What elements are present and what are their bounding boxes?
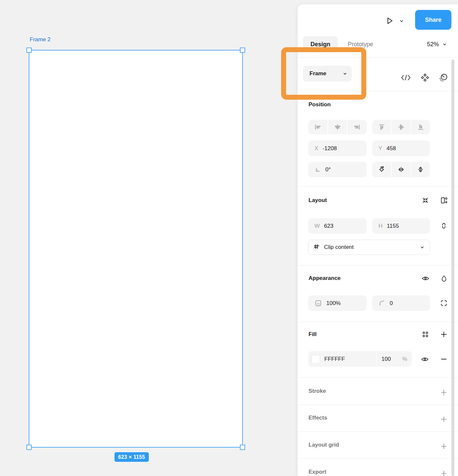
corner-radius-field[interactable]: 0: [372, 295, 430, 311]
link-dimensions-icon: [440, 222, 448, 230]
chevron-down-icon: [442, 42, 447, 47]
tab-prototype[interactable]: Prototype: [348, 36, 373, 52]
vertical-align-group: [372, 120, 430, 134]
divider: [298, 322, 458, 322]
horizontal-align-group: [308, 120, 367, 134]
selection-handle-bottom-left[interactable]: [26, 445, 32, 450]
y-value: 458: [386, 145, 396, 152]
minus-icon: [440, 355, 448, 363]
rotation-value: 0°: [325, 166, 331, 173]
present-button[interactable]: [383, 15, 396, 27]
percent-sign: %: [402, 356, 407, 362]
divider: [298, 187, 458, 187]
plus-icon: [440, 415, 448, 423]
flip-vertical-button[interactable]: [411, 162, 430, 177]
fill-opacity-value: 100: [381, 356, 391, 362]
x-value: -1208: [322, 145, 337, 152]
align-right-icon: [353, 123, 361, 131]
chevron-down-icon: [343, 72, 347, 76]
angle-icon: [314, 166, 321, 173]
layout-grid-section-title: Layout grid: [309, 442, 339, 448]
clip-content-label: Clip content: [324, 244, 354, 251]
eye-icon[interactable]: [421, 274, 430, 283]
height-value: 1155: [387, 223, 399, 229]
corner-radius-value: 0: [390, 300, 393, 307]
y-label: Y: [378, 145, 382, 152]
add-stroke-button[interactable]: [440, 389, 448, 396]
selection-handle-top-right[interactable]: [240, 48, 245, 53]
styles-icon[interactable]: [421, 330, 429, 338]
chevron-down-icon: [399, 19, 404, 23]
align-left-button[interactable]: [308, 120, 327, 134]
align-right-button[interactable]: [347, 120, 367, 134]
corner-radius-icon: [378, 300, 385, 307]
constrain-proportions-toggle[interactable]: [440, 222, 448, 230]
fill-opacity-field[interactable]: 100 %: [376, 351, 412, 367]
width-value: 623: [324, 223, 333, 229]
fill-hex-value: FFFFFF: [324, 356, 345, 362]
add-fill-icon[interactable]: [440, 330, 448, 338]
flip-horizontal-button[interactable]: [392, 162, 410, 177]
position-section-title: Position: [309, 101, 331, 108]
appearance-section-title: Appearance: [309, 275, 341, 282]
independent-corners-button[interactable]: [440, 299, 448, 307]
align-vertical-centers-button[interactable]: [392, 120, 410, 134]
align-horizontal-centers-button[interactable]: [328, 120, 347, 134]
fill-color-swatch[interactable]: [311, 355, 320, 363]
clip-content-dropdown[interactable]: Clip content: [308, 240, 430, 255]
align-left-icon: [314, 123, 322, 131]
add-auto-layout-icon[interactable]: [440, 196, 448, 204]
align-v-center-icon: [397, 123, 405, 131]
effects-section-title: Effects: [309, 415, 327, 421]
rotation-field[interactable]: 0°: [308, 162, 367, 177]
chevron-down-icon: [420, 245, 424, 250]
object-type-dropdown[interactable]: Frame: [303, 66, 352, 82]
canvas-frame[interactable]: [29, 50, 243, 448]
align-top-icon: [378, 123, 386, 131]
frame-label[interactable]: Frame 2: [30, 36, 50, 43]
plus-icon: [440, 442, 448, 450]
opacity-field[interactable]: 100%: [308, 295, 367, 311]
height-field[interactable]: H 1155: [372, 218, 430, 234]
share-button[interactable]: Share: [415, 10, 451, 30]
divider: [298, 459, 458, 459]
opacity-icon: [314, 299, 322, 307]
tab-design[interactable]: Design: [303, 36, 338, 52]
blend-mode-icon[interactable]: [440, 275, 448, 282]
x-label: X: [314, 145, 318, 152]
independent-corners-icon: [440, 299, 448, 307]
mask-icon[interactable]: [439, 73, 448, 82]
divider: [298, 405, 458, 405]
divider: [298, 265, 458, 265]
align-top-button[interactable]: [372, 120, 391, 134]
clip-content-icon: [312, 244, 320, 251]
selection-handle-bottom-right[interactable]: [240, 445, 245, 450]
stroke-section-title: Stroke: [309, 388, 326, 394]
export-section-title: Export: [309, 469, 326, 475]
align-h-center-icon: [334, 123, 342, 131]
fill-color-field[interactable]: FFFFFF: [308, 351, 376, 367]
zoom-level: 52%: [427, 41, 439, 48]
play-icon: [385, 16, 394, 25]
remove-fill-button[interactable]: [440, 355, 448, 363]
create-component-icon[interactable]: [421, 73, 429, 82]
align-bottom-button[interactable]: [411, 120, 430, 134]
present-options-button[interactable]: [399, 19, 407, 23]
y-position-field[interactable]: Y 458: [372, 141, 430, 156]
add-export-button[interactable]: [440, 469, 448, 476]
x-position-field[interactable]: X -1208: [308, 141, 367, 156]
rotate-button[interactable]: [372, 162, 391, 177]
transform-group: [372, 162, 430, 177]
zoom-menu[interactable]: 52%: [427, 36, 447, 52]
panel-scrollbar[interactable]: [451, 59, 454, 476]
add-effect-button[interactable]: [440, 415, 448, 423]
code-icon[interactable]: [401, 75, 411, 81]
selection-handle-top-left[interactable]: [26, 48, 32, 53]
divider: [298, 377, 458, 378]
shrink-icon[interactable]: [421, 196, 429, 204]
add-layout-grid-button[interactable]: [440, 442, 448, 450]
width-field[interactable]: W 623: [308, 218, 367, 234]
fill-visibility-toggle[interactable]: [421, 355, 429, 363]
height-label: H: [378, 223, 382, 229]
figma-app: Frame 2 623 × 1155 Share Design Prototyp…: [0, 0, 458, 476]
